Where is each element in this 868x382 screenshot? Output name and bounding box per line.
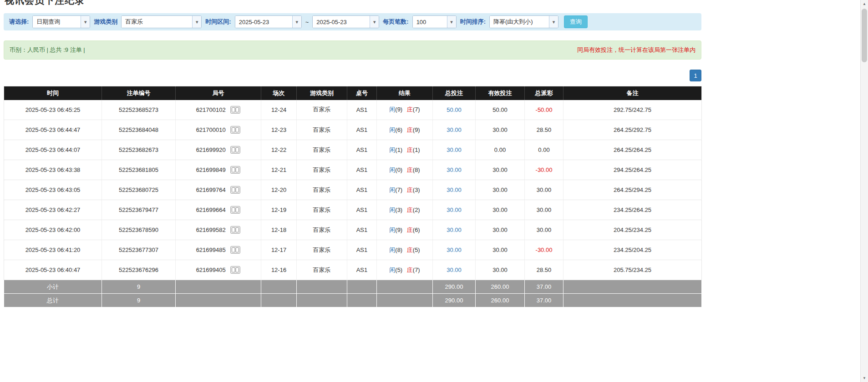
cell-valid-bet: 0.00 [476,140,525,160]
date-from-input[interactable] [235,16,292,28]
chevron-down-icon[interactable]: ▾ [549,16,558,28]
round-result-cards-icon[interactable] [230,166,240,174]
chevron-down-icon[interactable]: ▾ [192,16,201,28]
cell-session: 12-18 [261,220,297,240]
sort-order-input[interactable] [490,16,549,28]
total-bet-link[interactable]: 30.00 [447,186,462,193]
cell-payout: 30.00 [525,200,563,220]
page: 视讯会员下注纪录 请选择: ▾ 游戏类别 ▾ 时间区间: ▾ ~ ▾ 每页笔数:… [0,0,705,307]
page-button-1[interactable]: 1 [690,70,701,81]
round-result-cards-icon[interactable] [230,126,240,134]
cell-bet-id: 522523680725 [102,180,176,200]
total-bet-link[interactable]: 30.00 [447,206,462,213]
search-button[interactable]: 查询 [564,15,588,28]
result-banker-score: (5) [413,246,420,253]
round-result-cards-icon[interactable] [230,266,240,274]
sort-order-combobox[interactable]: ▾ [489,15,558,28]
cell-total-bet: 30.00 [433,220,476,240]
cell-table: AS1 [347,240,377,260]
cell-table: AS1 [347,120,377,140]
cell-payout: 28.50 [525,260,563,280]
cell-payout: -30.00 [525,240,563,260]
chevron-down-icon[interactable]: ▾ [370,16,379,28]
cell-bet-id: 522523677307 [102,240,176,260]
cell-payout: 28.50 [525,120,563,140]
total-bet-link[interactable]: 30.00 [447,226,462,233]
total-bet-link[interactable]: 30.00 [447,246,462,253]
total-bet-link[interactable]: 50.00 [447,106,462,113]
round-result-cards-icon[interactable] [230,206,240,214]
table-row: 2025-05-23 06:45:25 522523685273 6217001… [4,100,702,120]
round-result-cards-icon[interactable] [230,146,240,154]
cell-total-bet: 30.00 [433,180,476,200]
cell-session: 12-16 [261,260,297,280]
result-banker-tag: 庄 [407,166,413,173]
result-player-tag: 闲 [389,226,395,233]
cell-payout: 30.00 [525,180,563,200]
result-player-score: (6) [395,126,402,133]
result-banker-score: (6) [413,226,420,233]
date-from-picker[interactable]: ▾ [235,15,302,28]
total-bet-link[interactable]: 30.00 [447,146,462,153]
total-bet-link[interactable]: 30.00 [447,266,462,273]
table-row: 2025-05-23 06:42:27 522523679477 6216996… [4,200,702,220]
result-banker-tag: 庄 [407,106,413,113]
round-number: 621699764 [196,186,226,193]
cell-table: AS1 [347,260,377,280]
page-size-combobox[interactable]: ▾ [412,15,457,28]
cell-game: 百家乐 [297,100,347,120]
page-size-input[interactable] [413,16,447,28]
date-mode-input[interactable] [33,16,81,28]
page-title: 视讯会员下注纪录 [5,0,705,7]
result-player-score: (9) [395,226,402,233]
cell-payout: -50.00 [525,100,563,120]
cell-time: 2025-05-23 06:43:38 [4,160,102,180]
date-separator: ~ [305,19,309,25]
chevron-down-icon[interactable]: ▾ [447,16,456,28]
cell-total-bet: 30.00 [433,240,476,260]
cell-total-bet: 30.00 [433,160,476,180]
round-result-cards-icon[interactable] [230,106,240,114]
total-total-bet: 290.00 [433,294,476,307]
cell-valid-bet: 30.00 [476,260,525,280]
result-player-score: (1) [395,146,402,153]
date-mode-combobox[interactable]: ▾ [32,15,90,28]
cell-game: 百家乐 [297,160,347,180]
game-type-combobox[interactable]: ▾ [121,15,202,28]
result-banker-tag: 庄 [407,126,413,133]
round-result-cards-icon[interactable] [230,246,240,254]
result-banker-score: (8) [413,166,420,173]
table-row: 2025-05-23 06:41:20 522523677307 6216994… [4,240,702,260]
total-bet-link[interactable]: 30.00 [447,166,462,173]
cell-time: 2025-05-23 06:41:20 [4,240,102,260]
scrollbar-thumb[interactable] [862,9,867,62]
cell-session: 12-23 [261,120,297,140]
result-banker-score: (3) [413,186,420,193]
cell-time: 2025-05-23 06:44:47 [4,120,102,140]
scroll-up-icon[interactable]: ▲ [861,0,868,8]
scroll-down-icon[interactable]: ▼ [861,374,868,382]
round-result-cards-icon[interactable] [230,186,240,194]
date-to-input[interactable] [313,16,370,28]
cell-bet-id: 522523684048 [102,120,176,140]
cell-game: 百家乐 [297,200,347,220]
cell-payout: -30.00 [525,160,563,180]
date-to-picker[interactable]: ▾ [312,15,379,28]
result-banker-tag: 庄 [407,266,413,273]
cell-total-bet: 30.00 [433,200,476,220]
column-header: 时间 [4,86,102,100]
cell-result: 闲(1) 庄(1) [377,140,433,160]
game-type-input[interactable] [122,16,192,28]
subtotal-count: 9 [102,280,176,294]
chevron-down-icon[interactable]: ▾ [81,16,90,28]
chevron-down-icon[interactable]: ▾ [292,16,301,28]
round-number: 621699849 [196,166,226,173]
total-bet-link[interactable]: 30.00 [447,126,462,133]
filter-bar: 请选择: ▾ 游戏类别 ▾ 时间区间: ▾ ~ ▾ 每页笔数: ▾ 时间排序: … [4,13,701,30]
result-player-score: (8) [395,246,402,253]
result-banker-tag: 庄 [407,146,413,153]
scrollbar[interactable]: ▲ ▼ [860,0,868,382]
result-player-tag: 闲 [389,166,395,173]
round-result-cards-icon[interactable] [230,226,240,234]
table-row: 2025-05-23 06:40:47 522523676296 6216994… [4,260,702,280]
